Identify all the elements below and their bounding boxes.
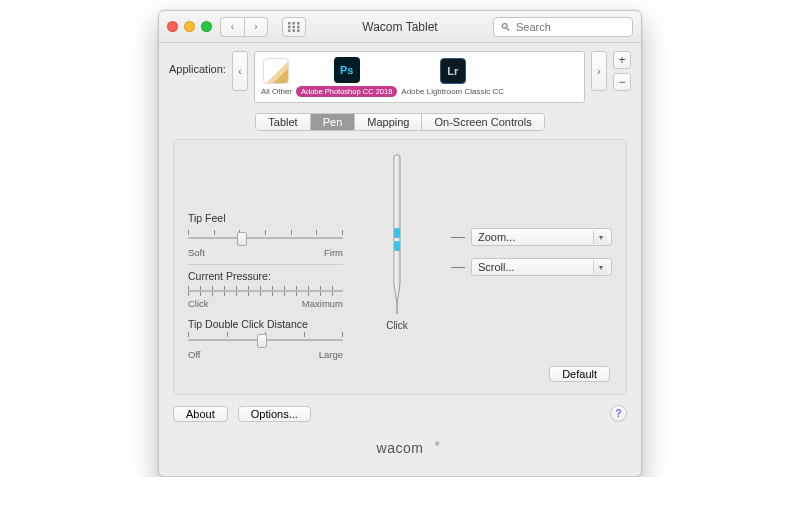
zoom-icon[interactable]	[201, 21, 212, 32]
lower-side-button-dropdown[interactable]: Scroll... ▾	[471, 258, 612, 276]
application-list: All Other Ps Adobe Photoshop CC 2018 Lr …	[254, 51, 585, 103]
dblclick-min: Off	[188, 349, 201, 360]
svg-rect-5	[297, 25, 300, 28]
tab-pen[interactable]: Pen	[311, 114, 356, 130]
svg-rect-3	[288, 25, 291, 28]
app-item-photoshop[interactable]: Ps Adobe Photoshop CC 2018	[296, 57, 397, 97]
about-button[interactable]: About	[173, 406, 228, 422]
app-item-label: Adobe Photoshop CC 2018	[296, 86, 397, 97]
grid-icon	[288, 22, 300, 32]
app-item-label: Adobe Lightroom Classic CC	[401, 87, 504, 96]
lower-side-button-value: Scroll...	[478, 261, 515, 273]
app-item-lightroom[interactable]: Lr Adobe Lightroom Classic CC	[401, 58, 504, 96]
application-row: Application: ‹ All Other Ps Adobe Photos…	[159, 43, 641, 109]
pressure-min: Click	[188, 298, 209, 309]
nav-back-forward: ‹ ›	[220, 17, 268, 37]
dblclick-label: Tip Double Click Distance	[188, 313, 343, 330]
forward-button[interactable]: ›	[244, 17, 268, 37]
search-icon: 🔍︎	[500, 21, 511, 33]
dblclick-max: Large	[319, 349, 343, 360]
tab-mapping[interactable]: Mapping	[355, 114, 422, 130]
connector-line-icon	[451, 237, 465, 238]
upper-side-button-dropdown[interactable]: Zoom... ▾	[471, 228, 612, 246]
pressure-gauge	[188, 286, 343, 296]
svg-rect-9	[394, 228, 400, 238]
tip-feel-slider[interactable]: Soft Firm	[188, 228, 343, 260]
all-other-icon	[263, 58, 289, 84]
pressure-max: Maximum	[302, 298, 343, 309]
remove-application-button[interactable]: −	[613, 73, 631, 91]
app-item-label: All Other	[261, 87, 292, 96]
tip-feel-min: Soft	[188, 247, 205, 258]
svg-rect-0	[288, 22, 291, 25]
wacom-logo: wacom ®	[159, 432, 641, 476]
pen-icon	[390, 154, 404, 316]
tip-feel-label: Tip Feel	[188, 212, 343, 224]
lightroom-icon: Lr	[440, 58, 466, 84]
search-input[interactable]	[516, 21, 626, 33]
side-button-column: Zoom... ▾ Scroll... ▾	[451, 154, 612, 362]
app-add-remove: + −	[613, 51, 631, 91]
tab-strip: Tablet Pen Mapping On-Screen Controls	[159, 109, 641, 139]
svg-rect-1	[293, 22, 296, 25]
app-scroll-left[interactable]: ‹	[232, 51, 248, 91]
app-scroll-right[interactable]: ›	[591, 51, 607, 91]
search-field[interactable]: 🔍︎	[493, 17, 633, 37]
pen-settings-panel: Tip Feel Soft Firm Current Pressure: Cli…	[173, 139, 627, 395]
add-application-button[interactable]: +	[613, 51, 631, 69]
upper-side-button-value: Zoom...	[478, 231, 515, 243]
dropdown-arrow-icon: ▾	[593, 230, 607, 244]
tab-onscreen-controls[interactable]: On-Screen Controls	[422, 114, 543, 130]
tip-feel-max: Firm	[324, 247, 343, 258]
dropdown-arrow-icon: ▾	[593, 260, 607, 274]
svg-rect-7	[293, 29, 296, 32]
svg-text:wacom: wacom	[376, 440, 424, 456]
svg-rect-6	[288, 29, 291, 32]
svg-text:®: ®	[435, 441, 440, 447]
close-icon[interactable]	[167, 21, 178, 32]
footer-row: About Options... ?	[159, 405, 641, 432]
pen-tip-label: Click	[386, 320, 408, 331]
application-label: Application:	[169, 51, 226, 75]
tab-tablet[interactable]: Tablet	[256, 114, 310, 130]
default-button[interactable]: Default	[549, 366, 610, 382]
back-button[interactable]: ‹	[220, 17, 244, 37]
minimize-icon[interactable]	[184, 21, 195, 32]
titlebar: ‹ › Wacom Tablet 🔍︎	[159, 11, 641, 43]
traffic-lights	[167, 21, 212, 32]
options-button[interactable]: Options...	[238, 406, 311, 422]
pen-graphic-column: Click	[357, 154, 437, 362]
svg-rect-8	[297, 29, 300, 32]
connector-line-icon	[451, 267, 465, 268]
left-column: Tip Feel Soft Firm Current Pressure: Cli…	[188, 154, 343, 362]
photoshop-icon: Ps	[334, 57, 360, 83]
wacom-prefs-window: ‹ › Wacom Tablet 🔍︎ Application: ‹ All	[158, 10, 642, 477]
svg-rect-2	[297, 22, 300, 25]
current-pressure-label: Current Pressure:	[188, 264, 343, 282]
svg-rect-4	[293, 25, 296, 28]
show-all-button[interactable]	[282, 17, 306, 37]
dblclick-slider[interactable]: Off Large	[188, 330, 343, 362]
app-item-all-other[interactable]: All Other	[261, 58, 292, 96]
help-button[interactable]: ?	[610, 405, 627, 422]
svg-rect-10	[394, 241, 400, 251]
